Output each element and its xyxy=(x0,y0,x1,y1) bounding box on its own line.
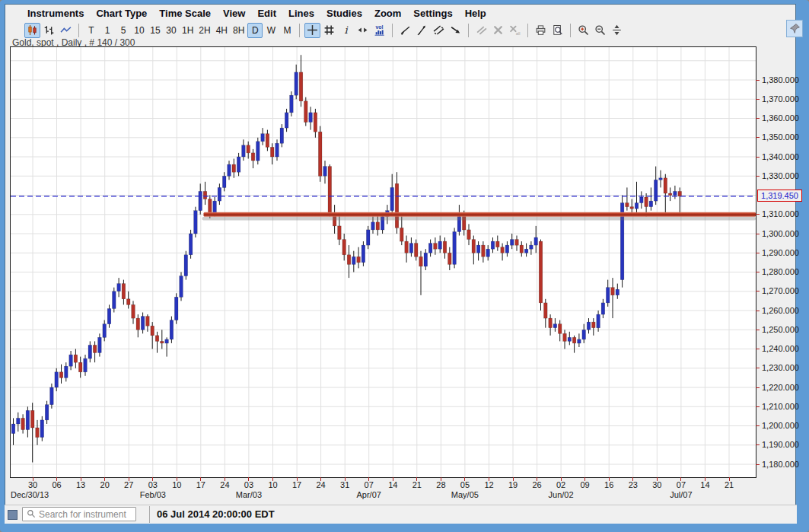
svg-text:all: all xyxy=(516,31,521,36)
menu-help[interactable]: Help xyxy=(465,8,486,19)
spread-button[interactable] xyxy=(355,23,371,38)
time-axis-month-label: Jun/02 xyxy=(538,490,584,499)
time-axis-month-label: Jul/07 xyxy=(658,490,704,499)
line-chart-button[interactable] xyxy=(58,23,74,38)
price-axis-tick xyxy=(756,387,760,388)
time-axis-day-label: 14 xyxy=(382,480,403,489)
menu-instruments[interactable]: Instruments xyxy=(27,8,84,19)
crosshair-icon xyxy=(307,24,318,36)
price-axis-tick xyxy=(756,272,760,272)
timeframe-D-button[interactable]: D xyxy=(247,23,263,38)
menu-view[interactable]: View xyxy=(223,8,245,19)
timeframe-T-button[interactable]: T xyxy=(84,23,99,38)
time-axis-day-label: 23 xyxy=(623,480,644,489)
time-axis-day-label: 02 xyxy=(550,480,572,489)
parallel-lines-button[interactable] xyxy=(473,23,489,38)
price-axis-tick xyxy=(756,349,760,349)
time-axis-day-label: 17 xyxy=(190,480,212,489)
print-preview-icon xyxy=(552,24,563,36)
zoom-in-button[interactable] xyxy=(575,23,591,38)
delete-all-lines-icon: all xyxy=(509,24,521,36)
price-axis-tick xyxy=(756,253,760,253)
candlestick-plot[interactable] xyxy=(10,46,756,478)
price-axis-label: 1,230.000 xyxy=(762,363,799,372)
zoom-in-icon xyxy=(578,24,589,36)
svg-text:vol: vol xyxy=(376,24,384,30)
menu-edit[interactable]: Edit xyxy=(257,8,276,19)
time-axis-day-label: 13 xyxy=(70,480,91,489)
pin-button[interactable] xyxy=(786,20,803,37)
price-axis[interactable]: 1,380.0001,370.0001,360.0001,350.0001,34… xyxy=(756,46,801,477)
volume-button[interactable]: vol xyxy=(371,23,387,38)
search-input[interactable]: Search for instrument xyxy=(22,507,136,521)
fit-vertical-button[interactable] xyxy=(609,23,625,38)
timeframe-8H-button[interactable]: 8H xyxy=(231,23,247,38)
time-axis-day-label: 07 xyxy=(670,480,692,489)
spread-icon xyxy=(357,24,368,36)
trend-line-button[interactable] xyxy=(397,23,413,38)
price-axis-tick xyxy=(756,311,760,311)
crosshair-button[interactable] xyxy=(304,23,320,38)
timeframe-15-button[interactable]: 15 xyxy=(148,23,163,38)
time-axis-day-label: 03 xyxy=(238,480,260,489)
menu-time-scale[interactable]: Time Scale xyxy=(159,8,211,19)
time-axis-day-label: 05 xyxy=(454,480,476,489)
delete-line-icon xyxy=(492,24,504,36)
print-preview-button[interactable] xyxy=(549,23,565,38)
timeframe-10-button[interactable]: 10 xyxy=(132,23,147,38)
timeframe-1-button[interactable]: 1 xyxy=(100,23,115,38)
price-axis-label: 1,370.000 xyxy=(762,94,799,104)
ohlc-bar-chart-icon xyxy=(43,24,55,36)
price-axis-label: 1,330.000 xyxy=(762,171,799,180)
menu-settings[interactable]: Settings xyxy=(413,8,452,19)
price-axis-label: 1,190.000 xyxy=(762,440,799,449)
menu-chart-type[interactable]: Chart Type xyxy=(96,8,147,19)
timeframe-W-button[interactable]: W xyxy=(263,23,279,38)
time-axis-day-label: 21 xyxy=(406,480,428,489)
status-bar: Search for instrument 06 Jul 2014 20:00:… xyxy=(5,505,797,524)
time-axis-day-label: 30 xyxy=(646,480,667,489)
current-price-label: 1,319.450 xyxy=(757,190,802,202)
time-axis[interactable]: 3006132027031017240310172431071421280512… xyxy=(10,477,756,503)
price-axis-tick xyxy=(756,406,760,407)
timeframe-2H-button[interactable]: 2H xyxy=(196,23,212,38)
trend-line-arrow-button[interactable] xyxy=(414,23,430,38)
ray-arrow-icon xyxy=(450,24,461,36)
timeframe-30-button[interactable]: 30 xyxy=(164,23,179,38)
print-button[interactable] xyxy=(533,23,549,38)
zoom-out-button[interactable] xyxy=(592,23,608,38)
status-square-icon[interactable] xyxy=(8,510,18,520)
time-axis-day-label: 09 xyxy=(575,480,596,489)
price-axis-label: 1,200.000 xyxy=(762,421,799,430)
price-axis-label: 1,240.000 xyxy=(762,344,799,353)
time-axis-day-label: 19 xyxy=(502,480,524,489)
grid-icon xyxy=(323,24,335,36)
timeframe-5-button[interactable]: 5 xyxy=(116,23,131,38)
time-axis-day-label: 30 xyxy=(22,480,43,489)
menu-zoom[interactable]: Zoom xyxy=(374,8,401,19)
delete-line-button[interactable] xyxy=(490,23,506,38)
grid-button[interactable] xyxy=(321,23,337,38)
time-axis-month-label: Dec/30/13 xyxy=(11,490,56,499)
candlestick-chart-button[interactable] xyxy=(24,23,40,38)
delete-all-lines-button[interactable]: all xyxy=(507,23,523,38)
ohlc-bar-chart-button[interactable] xyxy=(41,23,57,38)
parallel-lines-icon xyxy=(476,24,487,36)
price-axis-tick xyxy=(756,368,760,368)
timeframe-M-button[interactable]: M xyxy=(279,23,295,38)
time-axis-day-label: 17 xyxy=(286,480,307,489)
timeframe-4H-button[interactable]: 4H xyxy=(214,23,230,38)
price-axis-label: 1,310.000 xyxy=(762,209,799,218)
timeframe-1H-button[interactable]: 1H xyxy=(180,23,196,38)
price-axis-label: 1,180.000 xyxy=(762,460,799,469)
time-axis-day-label: 16 xyxy=(598,480,619,489)
ray-arrow-button[interactable] xyxy=(447,23,463,38)
menu-lines[interactable]: Lines xyxy=(288,8,314,19)
price-axis-label: 1,340.000 xyxy=(762,152,799,161)
menu-bar: InstrumentsChart TypeTime ScaleViewEditL… xyxy=(8,6,486,20)
price-axis-label: 1,270.000 xyxy=(762,286,799,295)
price-axis-label: 1,250.000 xyxy=(762,325,799,334)
parallel-channel-button[interactable] xyxy=(431,23,447,38)
menu-studies[interactable]: Studies xyxy=(326,8,362,19)
info-button[interactable]: i xyxy=(338,23,354,38)
